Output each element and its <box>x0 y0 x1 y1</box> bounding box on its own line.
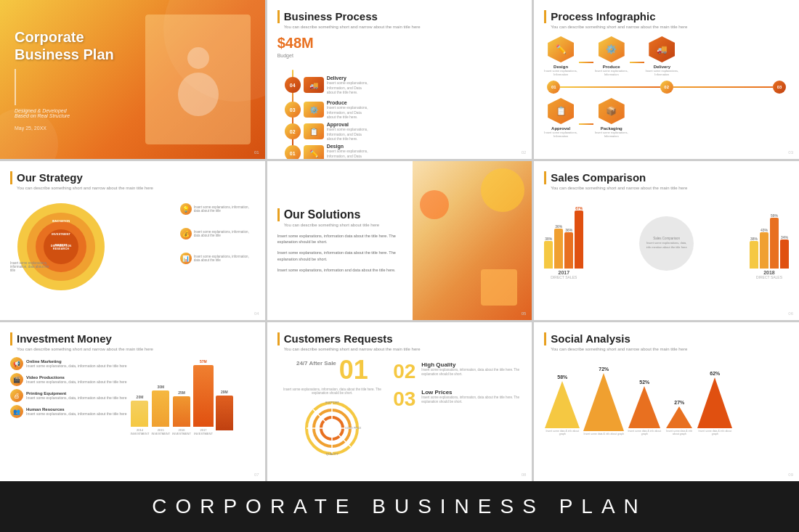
slide-4-title: Our Strategy <box>10 171 255 184</box>
corp-title: CorporateBusiness Plan <box>15 28 145 63</box>
customer-req-3: 03 Low Prices Insert some explanations, … <box>393 389 522 409</box>
slide-7: Investment Money You can describe someth… <box>0 322 265 481</box>
slide-6-title: Sales Comparison <box>544 171 789 184</box>
slide-2: Business Process You can describe someth… <box>267 0 532 159</box>
inv-item-3: 🖨 Printing Equipment Insert some explana… <box>10 389 128 402</box>
inv-item-1: 📢 Online Marketing Insert some explanati… <box>10 357 128 370</box>
process-step-2: 02 📋 Approval Insert some explanations,I… <box>285 122 368 142</box>
slide-6: Sales Comparison You can describe someth… <box>534 161 799 320</box>
inv-item-2: 🎬 Video Productions Insert some explanat… <box>10 373 128 386</box>
grid-container: CorporateBusiness Plan Designed & Develo… <box>0 0 799 481</box>
slide-5-subtitle: You can describe something short about t… <box>277 223 403 227</box>
slide-8-subtitle: You can describe something short and nar… <box>277 347 522 351</box>
slide-9: Social Analysis You can describe somethi… <box>534 322 799 481</box>
slide-num-3: 03 <box>788 150 793 155</box>
slide-9-subtitle: You can describe something short and nar… <box>544 347 789 351</box>
slide-num-6: 06 <box>788 311 793 316</box>
slide-num-7: 07 <box>254 472 259 477</box>
slide-num-8: 08 <box>522 472 527 477</box>
slide-7-title: Investment Money <box>10 332 255 345</box>
svg-point-0 <box>187 47 209 69</box>
hex-packaging: 📦 Packaging Insert some explanations,Inf… <box>595 98 628 138</box>
hex-approval: 📋 Approval Insert some explanations,Info… <box>544 98 577 138</box>
slide-8-title: Customers Requests <box>277 332 522 345</box>
slide-2-subtitle: You can describe something short and nar… <box>277 25 522 29</box>
slide-3-subtitle: You can describe something short and nar… <box>544 25 789 29</box>
corp-sub2: Based on Real Structure <box>15 113 145 118</box>
process-step-3: 03 ⚙️ Produce Insert some explanations,I… <box>285 100 368 120</box>
footer-title: CORPORATE BUSINESS PLAN <box>152 495 647 518</box>
slide-2-title: Business Process <box>277 10 522 23</box>
process-step-4: 04 🚚 Delivery Insert some explanations,I… <box>285 75 368 95</box>
slide-9-title: Social Analysis <box>544 332 789 345</box>
process-step-1: 01 ✏️ Design Insert some explanations,In… <box>285 144 368 159</box>
budget-amount: $48M <box>277 35 522 52</box>
slide-6-subtitle: You can describe something short and nar… <box>544 186 789 190</box>
slide-5-title: Our Solutions <box>277 208 403 221</box>
slide-5: Our Solutions You can describe something… <box>267 161 532 320</box>
customer-req-2: 02 High Quality Insert some explanations… <box>393 361 522 382</box>
slide-num-1: 01 <box>254 150 259 155</box>
hex-delivery: 🚚 Delivery Insert some explanations,Info… <box>646 36 679 76</box>
slide-3-title: Process Infographic <box>544 10 789 23</box>
slide-1: CorporateBusiness Plan Designed & Develo… <box>0 0 265 159</box>
hex-design: ✏️ Design Insert some explanations,Infor… <box>544 36 577 76</box>
slide-3: Process Infographic You can describe som… <box>534 0 799 159</box>
slide-num-2: 02 <box>522 150 527 155</box>
slide-num-9: 09 <box>788 472 793 477</box>
slide-7-subtitle: You can describe something short and nar… <box>10 347 255 351</box>
slide-num-5: 05 <box>522 311 527 316</box>
corp-sub1: Designed & Developed <box>15 108 145 113</box>
corp-date: May 25, 20XX <box>15 126 145 131</box>
inv-item-4: 👥 Human Resources Insert some explanatio… <box>10 405 128 418</box>
budget-label: Budget <box>277 53 522 58</box>
svg-point-1 <box>178 73 219 116</box>
slide-num-4: 04 <box>254 311 259 316</box>
hex-produce: ⚙️ Produce Insert some explanations,Info… <box>595 36 628 76</box>
slide-4: Our Strategy You can describe something … <box>0 161 265 320</box>
slide-8: Customers Requests You can describe some… <box>267 322 532 481</box>
slide-4-subtitle: You can describe something short and nar… <box>10 186 255 190</box>
footer: CORPORATE BUSINESS PLAN <box>0 481 799 532</box>
